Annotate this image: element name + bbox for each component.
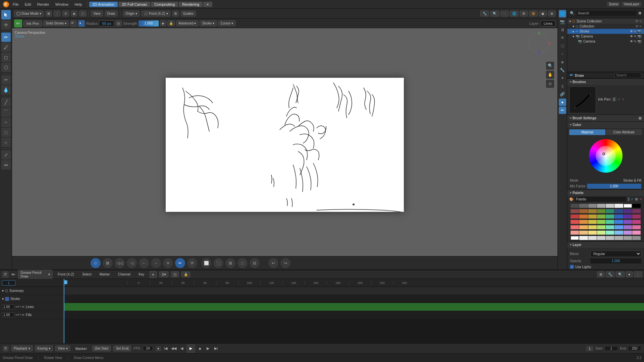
palette-section-header[interactable]: ▾ Palette — [567, 189, 644, 196]
radius-icon[interactable]: ◎ — [115, 20, 122, 26]
view-layer-name[interactable]: ViewLayer — [622, 2, 641, 7]
palette-check[interactable]: ✓ — [631, 197, 634, 201]
scene-name[interactable]: Scene — [607, 2, 620, 7]
swatch-17[interactable] — [571, 215, 579, 219]
transport-camera[interactable]: ⊙ — [91, 258, 101, 268]
swatch-8[interactable] — [632, 204, 641, 208]
tool-circle[interactable]: ○ — [1, 138, 11, 147]
vp-tool-1[interactable]: 🔧 — [480, 11, 489, 16]
rp-icon-object[interactable]: ◈ — [559, 58, 566, 66]
current-frame-input[interactable] — [2, 280, 15, 286]
vp-tool-5[interactable]: ⚙ — [520, 11, 528, 16]
tool-fill[interactable]: 🖊 — [1, 43, 11, 52]
viewport[interactable]: Camera Perspective Stroke X Y Z 🔍 ✋ ⊙ — [12, 28, 557, 256]
cursor-btn[interactable]: Cursor▾ — [218, 20, 235, 26]
swatch-13[interactable] — [606, 209, 614, 213]
swatch-53[interactable] — [606, 236, 614, 240]
swatch-55[interactable] — [624, 236, 632, 240]
stroke-sel[interactable]: ↖ — [634, 29, 637, 33]
swatch-46[interactable] — [614, 231, 623, 235]
transport-skip-prev[interactable]: ← — [139, 258, 149, 268]
palette-name[interactable]: Palette — [575, 197, 626, 202]
swatch-38[interactable] — [614, 225, 623, 229]
swatch-7[interactable] — [624, 204, 632, 208]
mode-icon[interactable]: ⏱ — [3, 346, 9, 352]
fps-input[interactable] — [143, 346, 153, 351]
swatch-15[interactable] — [624, 209, 632, 213]
marker-btn[interactable]: Marker — [73, 346, 90, 351]
brush-settings-presets-icon[interactable]: ⊟ — [639, 116, 641, 120]
menu-file[interactable]: File — [10, 2, 21, 7]
tl-view-dropdown[interactable]: View▾ — [55, 346, 70, 351]
swatch-16[interactable] — [632, 209, 641, 213]
radius-value[interactable]: 60 px — [99, 20, 114, 26]
color-wheel-selector[interactable] — [602, 153, 605, 155]
swatch-5[interactable] — [606, 204, 614, 208]
stroke-type-btn[interactable]: Solid Stroke▾ — [43, 20, 69, 26]
layer-value-display[interactable]: Lines — [541, 20, 555, 26]
color-attribute-tab[interactable]: Color Attribute — [606, 129, 642, 135]
camobj-sel[interactable]: ↖ — [634, 40, 637, 43]
timeline-marker-btn[interactable]: Marker — [97, 272, 113, 277]
advanced-btn[interactable]: Advanced▾ — [176, 20, 198, 26]
transport-weight[interactable]: ⊟ — [250, 258, 260, 268]
end-frame-input[interactable] — [628, 346, 641, 351]
stroke-btn[interactable]: Stroke▾ — [200, 20, 217, 26]
gizmo-x-axis[interactable]: X — [548, 42, 551, 45]
timeline-view-btn[interactable]: Front (X-Z) — [55, 272, 77, 277]
tool-erase[interactable]: ◻ — [1, 53, 11, 62]
menu-edit[interactable]: Edit — [22, 2, 34, 7]
workspace-tab-compositing[interactable]: Compositing — [151, 2, 178, 7]
blend-select[interactable]: Regular — [590, 251, 641, 257]
camera-icon-btn[interactable]: ⚙ — [172, 11, 179, 16]
swatch-36[interactable] — [597, 225, 605, 229]
color-section-header[interactable]: ▾ Color — [567, 121, 644, 128]
tl-filter-2[interactable]: 🔧 — [606, 272, 614, 277]
swatch-26[interactable] — [579, 220, 588, 224]
cam-render[interactable]: 📷 — [637, 35, 641, 38]
swatch-22[interactable] — [614, 215, 623, 219]
swatch-40[interactable] — [632, 225, 641, 229]
swatch-31[interactable] — [624, 220, 632, 224]
swatch-48[interactable] — [632, 231, 641, 235]
strength-bar[interactable]: 1.000 — [139, 20, 159, 26]
swatch-51[interactable] — [588, 236, 597, 240]
tl-filter-5[interactable]: ⋮ — [634, 272, 642, 277]
rp-icon-material[interactable]: ✏ — [559, 107, 566, 114]
tool-line[interactable]: ╱ — [1, 98, 11, 107]
scene-vis-icon[interactable]: 👁 — [635, 19, 639, 23]
transport-redo[interactable]: ↪ — [280, 258, 290, 268]
tool-cursor[interactable] — [1, 10, 11, 19]
brush-settings-section[interactable]: ▾ Brush Settings ⊟ — [567, 115, 644, 121]
summary-track[interactable]: ▾ ⬡ Summary — [0, 287, 63, 295]
outliner-settings-icon[interactable]: ⚙ — [638, 11, 641, 15]
swatch-24[interactable] — [632, 215, 641, 219]
vp-tool-7[interactable]: ◉ — [539, 11, 547, 16]
transport-prev-btn[interactable]: ◀◀ — [170, 345, 177, 352]
menu-help[interactable]: Help — [72, 2, 85, 7]
outliner-filter-icon[interactable]: 🔍 — [570, 11, 575, 15]
transport-play-reverse[interactable]: ◁ — [127, 258, 137, 268]
swatch-49[interactable] — [571, 236, 579, 240]
tl-filter-1[interactable]: ⊞ — [597, 272, 604, 277]
tool-draw[interactable]: ✏ — [1, 33, 11, 42]
tool-mirror[interactable]: ⇔ — [1, 160, 11, 170]
swatch-54[interactable] — [614, 236, 623, 240]
swatch-20[interactable] — [597, 215, 605, 219]
workspace-tab-rendering[interactable]: Rendering — [179, 2, 203, 7]
cam-sel[interactable]: ↖ — [634, 35, 637, 38]
tool-move[interactable]: ✛ — [1, 20, 11, 29]
start-frame-input[interactable] — [604, 346, 618, 351]
swatch-21[interactable] — [606, 215, 614, 219]
fills-value-input[interactable] — [2, 312, 14, 317]
key-filter-btn[interactable]: ⊟▾ — [159, 272, 168, 277]
stroke-track[interactable]: ▾ Stroke — [0, 295, 63, 303]
vp-tool-4[interactable]: 🌐 — [510, 11, 519, 16]
tool-transform[interactable]: ⤢ — [1, 150, 11, 160]
rp-icon-scene[interactable]: 🌐 — [559, 10, 566, 17]
frame-current-display[interactable]: 1 — [586, 346, 593, 351]
swatch-27[interactable] — [588, 220, 597, 224]
set-end-btn[interactable]: Set End| — [113, 346, 131, 351]
swatch-6[interactable] — [614, 204, 623, 208]
material-tab[interactable]: Material — [569, 129, 605, 135]
